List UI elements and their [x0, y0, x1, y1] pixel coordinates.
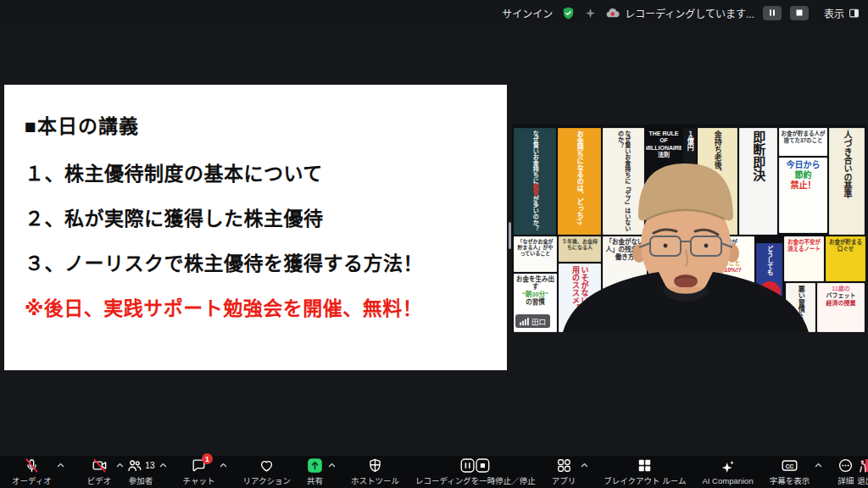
- view-layout-icon: [849, 8, 860, 19]
- toolbar-label-captions: 字幕を表示: [770, 474, 810, 486]
- svg-text:CC: CC: [786, 463, 794, 469]
- video-muted-icon: [92, 458, 108, 474]
- shield-icon: [367, 458, 383, 474]
- share-screen-icon: [307, 458, 323, 474]
- shared-screen-slide: ■本日の講義 １、株主優待制度の基本について ２、私が実際に獲得した株主優待 ３…: [4, 85, 507, 370]
- view-button[interactable]: 表示: [824, 6, 860, 20]
- toolbar-button-breakout-rooms[interactable]: ブレイクアウト ルーム: [602, 456, 687, 488]
- breakout-grid-icon: [637, 458, 653, 474]
- slide-title: ■本日の講義: [25, 110, 490, 139]
- top-bar: サインイン レコーディングしています... 表示: [0, 0, 868, 25]
- slide-item-3: ３、ノーリスクで株主優待を獲得する方法！: [25, 247, 490, 276]
- slide-item-2: ２、私が実際に獲得した株主優待: [25, 202, 490, 231]
- toolbar-label-breakout-rooms: ブレイクアウト ルーム: [604, 474, 686, 486]
- toolbar-group-right: 退出: [855, 456, 868, 488]
- chevron-up-icon[interactable]: [581, 463, 588, 468]
- chevron-up-icon[interactable]: [815, 463, 822, 468]
- toolbar-label-reactions: リアクション: [242, 474, 291, 486]
- signal-bars-icon: [520, 318, 529, 325]
- toolbar-label-host-tools: ホストツール: [351, 474, 399, 486]
- chevron-up-icon[interactable]: [57, 463, 64, 468]
- slide-note: ※後日、実践サポート勉強会を開催、無料！: [25, 292, 490, 321]
- cc-icon: CC: [781, 458, 798, 474]
- book-cover: 「なぜかお金が貯まる人」がやっていること: [514, 236, 557, 272]
- security-shield-check-icon[interactable]: [561, 6, 576, 20]
- toolbar-button-reactions[interactable]: リアクション: [241, 456, 292, 488]
- book-cover: 人づき合いの基準: [829, 128, 865, 235]
- toolbar-label-audio: オーディオ: [12, 474, 52, 486]
- ai-sparkle-icon: [720, 459, 736, 475]
- book-cover: 11歳のバフェット経済の授業: [817, 283, 865, 332]
- toolbar-button-video[interactable]: ビデオ: [86, 456, 125, 488]
- toolbar-button-recording-pause-stop[interactable]: レコーディングを一時停止／停止: [414, 456, 537, 488]
- recording-indicator: レコーディングしています...: [605, 6, 754, 20]
- toolbar-label-ai-companion: AI Companion: [702, 476, 753, 485]
- toolbar-button-participants[interactable]: 13参加者: [125, 456, 168, 488]
- pause-recording-button[interactable]: [763, 6, 782, 20]
- toolbar-button-share[interactable]: 共有: [305, 456, 337, 488]
- toolbar-button-captions[interactable]: CC字幕を表示: [768, 456, 824, 488]
- slide-item-1: １、株主優待制度の基本について: [25, 158, 490, 186]
- apps-icon: [556, 458, 572, 474]
- view-label: 表示: [824, 6, 844, 20]
- recording-cloud-icon: [605, 7, 620, 19]
- chevron-up-icon[interactable]: [220, 463, 227, 468]
- chat-badge: 1: [202, 453, 213, 464]
- toolbar-group-left: オーディオビデオ: [10, 456, 125, 488]
- heart-icon: [259, 458, 275, 474]
- meeting-toolbar: オーディオビデオ 13参加者1チャットリアクション共有ホストツールレコーディング…: [0, 456, 868, 488]
- mic-muted-icon: [24, 458, 40, 474]
- toolbar-button-more[interactable]: 詳細: [836, 456, 855, 488]
- toolbar-button-audio[interactable]: オーディオ: [10, 456, 65, 488]
- toolbar-label-participants: 参加者: [129, 474, 153, 486]
- pause-stop-icon: [459, 458, 491, 474]
- participant-nametag: 田口: [515, 314, 550, 328]
- toolbar-label-apps: アプリ: [552, 474, 576, 486]
- stop-recording-button[interactable]: [790, 6, 809, 20]
- chevron-up-icon[interactable]: [159, 463, 167, 468]
- presenter-video-tile[interactable]: なぜ賢いお金持ちに短気が多いのか？お金持ちになるのは、どっち!?なぜ賢いお金持ち…: [512, 125, 866, 332]
- toolbar-label-more: 詳細: [837, 474, 854, 486]
- participant-name: 田口: [531, 316, 546, 326]
- chevron-up-icon[interactable]: [328, 463, 336, 468]
- presenter-figure: [559, 158, 813, 332]
- sign-in-button[interactable]: サインイン: [502, 6, 553, 20]
- toolbar-button-apps[interactable]: アプリ: [550, 456, 590, 488]
- scrollbar-thumb[interactable]: [509, 222, 511, 249]
- toolbar-group-center: 13参加者1チャットリアクション共有ホストツールレコーディングを一時停止／停止ア…: [125, 456, 855, 488]
- book-cover: なぜ賢いお金持ちに短気が多いのか？: [514, 128, 556, 235]
- toolbar-label-chat: チャット: [182, 474, 214, 486]
- toolbar-label-video: ビデオ: [87, 474, 112, 486]
- leave-door-icon: [857, 458, 868, 474]
- more-ellipsis-icon: [837, 458, 854, 474]
- toolbar-label-share: 共有: [307, 474, 323, 486]
- toolbar-button-leave[interactable]: 退出: [855, 456, 868, 488]
- chevron-up-icon[interactable]: [116, 463, 124, 468]
- participants-count: 13: [145, 461, 154, 470]
- participants-icon: [126, 458, 142, 474]
- ai-companion-status-icon[interactable]: [584, 7, 597, 19]
- toolbar-button-host-tools[interactable]: ホストツール: [349, 456, 401, 488]
- toolbar-button-chat[interactable]: 1チャット: [181, 456, 228, 488]
- book-cover: お金が貯まる人が捨てた37のこと: [779, 128, 827, 156]
- toolbar-label-leave: 退出: [857, 474, 868, 486]
- recording-status-text: レコーディングしています...: [625, 6, 754, 20]
- book-cover: お金が貯まる口ぐせ: [826, 236, 865, 281]
- chat-icon: 1: [191, 458, 207, 474]
- toolbar-label-recording-pause-stop: レコーディングを一時停止／停止: [415, 474, 536, 486]
- toolbar-button-ai-companion[interactable]: AI Companion: [700, 456, 754, 488]
